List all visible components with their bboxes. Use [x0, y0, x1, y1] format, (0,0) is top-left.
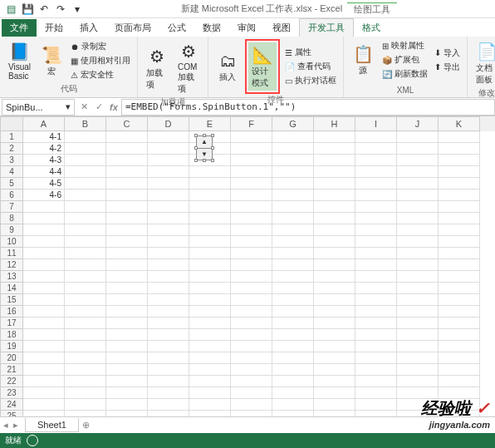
- row-header[interactable]: 17: [0, 318, 23, 329]
- cell[interactable]: [397, 166, 439, 178]
- cell[interactable]: [439, 248, 480, 259]
- cell[interactable]: [272, 236, 314, 248]
- cell[interactable]: [355, 364, 397, 376]
- row-header[interactable]: 22: [0, 376, 23, 387]
- cell[interactable]: [231, 166, 272, 178]
- cell[interactable]: [272, 318, 314, 329]
- cell[interactable]: [397, 155, 439, 166]
- cell[interactable]: [189, 224, 231, 236]
- cell[interactable]: [439, 155, 480, 166]
- cell[interactable]: [106, 387, 148, 399]
- tab-insert[interactable]: 插入: [71, 19, 106, 37]
- cell[interactable]: [65, 364, 106, 376]
- macros-button[interactable]: 📜 宏: [37, 42, 66, 79]
- cell[interactable]: [106, 236, 148, 248]
- cell[interactable]: [106, 364, 148, 376]
- cell[interactable]: [355, 155, 397, 166]
- cell[interactable]: [65, 213, 106, 224]
- cell[interactable]: [272, 178, 314, 190]
- row-header[interactable]: 20: [0, 352, 23, 364]
- row-header[interactable]: 7: [0, 201, 23, 213]
- cell[interactable]: [439, 283, 480, 294]
- cell[interactable]: [355, 178, 397, 190]
- cell[interactable]: [231, 329, 272, 341]
- cell[interactable]: [439, 352, 480, 364]
- spin-up-icon[interactable]: ▲: [197, 136, 212, 149]
- row-header[interactable]: 21: [0, 364, 23, 376]
- cell[interactable]: [148, 213, 189, 224]
- cell[interactable]: [23, 213, 65, 224]
- cell[interactable]: [355, 341, 397, 352]
- cell[interactable]: [272, 131, 314, 143]
- col-header[interactable]: H: [314, 116, 355, 131]
- cell[interactable]: [439, 376, 480, 387]
- design-mode-button[interactable]: 📐 设计模式: [248, 42, 277, 91]
- cell[interactable]: [314, 329, 355, 341]
- cell[interactable]: [439, 294, 480, 306]
- row-header[interactable]: 8: [0, 213, 23, 224]
- cell[interactable]: [314, 131, 355, 143]
- cell[interactable]: 4-3: [23, 155, 65, 166]
- cell[interactable]: [65, 399, 106, 411]
- cell[interactable]: [106, 329, 148, 341]
- cell[interactable]: [231, 387, 272, 399]
- cell[interactable]: [23, 399, 65, 411]
- sheet-tab[interactable]: Sheet1: [25, 418, 79, 432]
- cell[interactable]: [439, 201, 480, 213]
- cell[interactable]: [189, 259, 231, 271]
- export-button[interactable]: ⬆导出: [433, 61, 462, 74]
- sheet-nav-next-icon[interactable]: ▸: [13, 420, 18, 431]
- cell[interactable]: [148, 143, 189, 155]
- col-header[interactable]: B: [65, 116, 106, 131]
- cell[interactable]: [397, 190, 439, 201]
- row-header[interactable]: 18: [0, 329, 23, 341]
- cell[interactable]: [231, 352, 272, 364]
- cell[interactable]: [397, 329, 439, 341]
- cell[interactable]: [231, 236, 272, 248]
- cell[interactable]: [272, 213, 314, 224]
- cell[interactable]: [314, 190, 355, 201]
- cell[interactable]: [23, 318, 65, 329]
- cell[interactable]: [189, 306, 231, 318]
- tab-file[interactable]: 文件: [2, 19, 37, 37]
- col-header[interactable]: I: [355, 116, 397, 131]
- cell[interactable]: [397, 248, 439, 259]
- cell[interactable]: [439, 224, 480, 236]
- view-code-button[interactable]: 📄查看代码: [283, 60, 338, 73]
- cell[interactable]: [272, 224, 314, 236]
- cell[interactable]: [65, 306, 106, 318]
- cell[interactable]: [355, 166, 397, 178]
- cell[interactable]: [355, 306, 397, 318]
- cell[interactable]: [189, 213, 231, 224]
- cell[interactable]: [272, 376, 314, 387]
- row-header[interactable]: 13: [0, 271, 23, 283]
- cell[interactable]: [355, 352, 397, 364]
- cell[interactable]: [231, 259, 272, 271]
- cell[interactable]: [148, 387, 189, 399]
- cell[interactable]: [439, 364, 480, 376]
- cell[interactable]: [314, 178, 355, 190]
- tab-pagelayout[interactable]: 页面布局: [106, 19, 159, 37]
- name-box[interactable]: SpinBu... ▾: [2, 99, 75, 116]
- select-all-corner[interactable]: [0, 116, 23, 131]
- cell[interactable]: [189, 387, 231, 399]
- cell[interactable]: [148, 131, 189, 143]
- relative-ref-button[interactable]: ▦使用相对引用: [69, 54, 132, 67]
- cell[interactable]: [355, 190, 397, 201]
- cell[interactable]: [231, 341, 272, 352]
- run-dialog-button[interactable]: ▭执行对话框: [283, 74, 338, 87]
- cell[interactable]: [23, 283, 65, 294]
- row-header[interactable]: 14: [0, 283, 23, 294]
- cell[interactable]: [397, 224, 439, 236]
- cell[interactable]: [106, 213, 148, 224]
- cell[interactable]: [231, 248, 272, 259]
- cell[interactable]: [65, 318, 106, 329]
- cell[interactable]: [272, 329, 314, 341]
- cell[interactable]: [148, 190, 189, 201]
- cell[interactable]: [189, 236, 231, 248]
- cell[interactable]: [231, 143, 272, 155]
- cell[interactable]: [65, 248, 106, 259]
- cell[interactable]: [148, 201, 189, 213]
- qat-dropdown-icon[interactable]: ▾: [70, 2, 85, 17]
- cell[interactable]: [231, 271, 272, 283]
